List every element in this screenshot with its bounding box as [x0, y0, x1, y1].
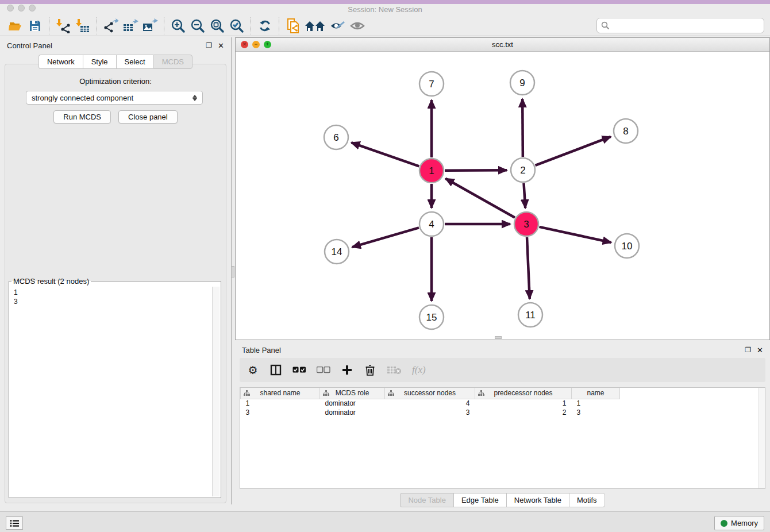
tab-network[interactable]: Network: [38, 55, 83, 69]
save-session-button[interactable]: [25, 17, 45, 34]
titlebar-close-dot[interactable]: [7, 5, 14, 11]
close-panel-button[interactable]: Close panel: [118, 110, 178, 124]
network-canvas[interactable]: 7968124314101511: [236, 52, 769, 340]
table-row[interactable]: 1dominator411: [241, 399, 620, 408]
float-panel-icon[interactable]: ❐: [206, 41, 212, 49]
table-cell[interactable]: 3: [572, 408, 620, 417]
column-header-name[interactable]: name: [572, 388, 620, 399]
add-row-button[interactable]: [341, 363, 353, 377]
edge-3-1[interactable]: [445, 179, 515, 218]
graph-node-15[interactable]: 15: [419, 305, 444, 329]
export-image-button[interactable]: [140, 17, 160, 34]
node-table-grid[interactable]: shared nameMCDS rolesuccessor nodesprede…: [240, 388, 620, 417]
edge-3-10[interactable]: [539, 227, 611, 242]
zoom-fit-button[interactable]: [207, 17, 227, 34]
import-table-button[interactable]: [73, 17, 93, 34]
search-input[interactable]: [613, 21, 760, 30]
table-row[interactable]: 3dominator323: [241, 408, 620, 417]
table-cell[interactable]: 1: [241, 399, 320, 408]
close-table-panel-icon[interactable]: ✕: [757, 346, 763, 354]
splitter-grip[interactable]: [231, 266, 234, 277]
memory-button[interactable]: Memory: [714, 516, 764, 530]
delete-table-icon: [387, 365, 402, 375]
table-cell[interactable]: 1: [572, 399, 620, 408]
tab-edge-table[interactable]: Edge Table: [453, 493, 506, 507]
column-header-predecessor-nodes[interactable]: predecessor nodes: [475, 388, 572, 399]
tab-node-table[interactable]: Node Table: [400, 493, 453, 507]
edge-2-3[interactable]: [523, 183, 525, 208]
canvas-resize-grip[interactable]: [495, 336, 502, 339]
open-session-button[interactable]: [6, 17, 25, 34]
result-scrollbar[interactable]: [212, 287, 220, 496]
column-type-icon: [388, 390, 394, 396]
tab-style[interactable]: Style: [83, 55, 116, 69]
graph-node-2[interactable]: 2: [511, 158, 535, 182]
refresh-button[interactable]: [255, 17, 275, 34]
table-cell[interactable]: 3: [385, 408, 475, 417]
delete-table-button[interactable]: [387, 363, 402, 377]
deselect-all-button[interactable]: [317, 363, 330, 377]
edge-2-9[interactable]: [522, 99, 523, 157]
graph-node-3[interactable]: 3: [514, 212, 538, 236]
import-network-button[interactable]: [53, 17, 73, 34]
trash-icon: [365, 364, 375, 376]
column-header-shared-name[interactable]: shared name: [241, 388, 320, 399]
titlebar-zoom-dot[interactable]: [29, 5, 36, 11]
criterion-select[interactable]: strongly connected component: [26, 91, 203, 105]
network-window-titlebar[interactable]: ✕ − + scc.txt: [236, 38, 769, 52]
show-graphics-details-button[interactable]: [348, 17, 367, 34]
network-close-icon[interactable]: ✕: [241, 41, 248, 48]
graph-node-11[interactable]: 11: [518, 303, 542, 327]
edge-3-11[interactable]: [527, 237, 530, 299]
column-header-MCDS-role[interactable]: MCDS role: [320, 388, 385, 399]
vertical-splitter[interactable]: [231, 37, 235, 504]
graph-node-6[interactable]: 6: [324, 125, 348, 149]
graph-node-4[interactable]: 4: [419, 212, 444, 236]
select-all-button[interactable]: [292, 363, 306, 377]
graph-node-9[interactable]: 9: [510, 71, 534, 95]
task-history-button[interactable]: [6, 516, 23, 530]
tab-mcds[interactable]: MCDS: [153, 55, 192, 69]
zoom-out-button[interactable]: [188, 17, 207, 34]
duplicate-network-button[interactable]: [283, 17, 303, 34]
table-cell[interactable]: dominator: [320, 408, 385, 417]
zoom-in-button[interactable]: [168, 17, 188, 34]
edge-4-14[interactable]: [352, 228, 419, 247]
run-mcds-button[interactable]: Run MCDS: [53, 110, 111, 124]
graph-node-7[interactable]: 7: [419, 72, 444, 96]
graph-node-14[interactable]: 14: [325, 240, 349, 264]
column-header-successor-nodes[interactable]: successor nodes: [385, 388, 475, 399]
column-view-button[interactable]: [270, 363, 282, 377]
network-zoom-icon[interactable]: +: [264, 41, 271, 48]
graph-node-8[interactable]: 8: [614, 119, 638, 143]
edge-1-2[interactable]: [445, 170, 507, 171]
titlebar-minimize-dot[interactable]: [18, 5, 25, 11]
graph-node-10[interactable]: 10: [615, 234, 639, 258]
table-cell[interactable]: dominator: [320, 399, 385, 408]
function-builder-button[interactable]: f(x): [412, 363, 426, 377]
delete-row-button[interactable]: [364, 363, 376, 377]
network-view-window: ✕ − + scc.txt 7968124314101511: [235, 37, 770, 340]
table-cell[interactable]: 4: [385, 399, 475, 408]
table-cell[interactable]: 1: [475, 399, 572, 408]
search-field[interactable]: [596, 18, 764, 33]
close-panel-icon[interactable]: ✕: [218, 41, 224, 50]
export-network-button[interactable]: [101, 17, 121, 34]
home-layout-button[interactable]: [303, 17, 328, 34]
tab-motifs[interactable]: Motifs: [569, 493, 605, 507]
tab-network-table[interactable]: Network Table: [506, 493, 569, 507]
zoom-selected-button[interactable]: [227, 17, 247, 34]
edge-1-6[interactable]: [351, 142, 419, 166]
tab-select[interactable]: Select: [116, 55, 153, 69]
network-minimize-icon[interactable]: −: [252, 41, 260, 48]
table-scrollbar[interactable]: [759, 388, 765, 488]
table-cell[interactable]: 2: [475, 408, 572, 417]
table-settings-button[interactable]: ⚙: [247, 363, 259, 377]
edge-2-8[interactable]: [536, 137, 611, 165]
show-annotations-button[interactable]: [328, 17, 348, 34]
open-folder-icon: [8, 18, 23, 33]
table-cell[interactable]: 3: [241, 408, 320, 417]
float-table-panel-icon[interactable]: ❐: [745, 346, 751, 354]
export-table-button[interactable]: [121, 17, 140, 34]
graph-node-1[interactable]: 1: [419, 159, 444, 183]
